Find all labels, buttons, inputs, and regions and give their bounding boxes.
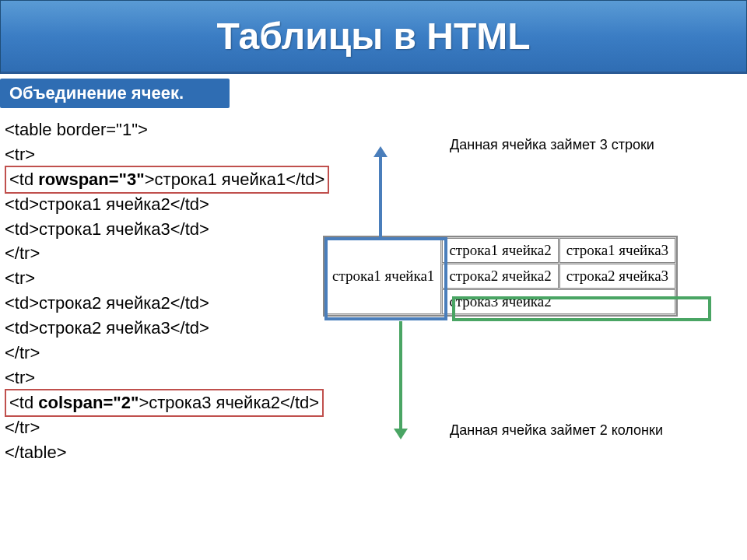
cell-colspan: строка3 ячейка2 [442,289,675,314]
cell: строка2 ячейка2 [442,264,558,289]
table-row: строка1 ячейка1 строка1 ячейка2 строка1 … [325,238,675,263]
code-line: </tr> [5,341,747,366]
arrow-blue [379,156,382,240]
cell: строка1 ячейка3 [559,238,675,263]
code-line: </table> [5,440,747,465]
code-line-colspan: <td colspan="2">строка3 ячейка2</td> [5,390,747,415]
annotation-rowspan: Данная ячейка займет 3 строки [450,137,707,154]
subtitle: Объединение ячеек. [0,79,230,108]
code-line: <td>строка1 ячейка2</td> [5,192,747,217]
demo-table: строка1 ячейка1 строка1 ячейка2 строка1 … [323,236,678,317]
code-line: <td>строка2 ячейка3</td> [5,316,747,341]
rowspan-highlight: <td rowspan="3">строка1 ячейка1</td> [5,166,329,194]
colspan-highlight: <td colspan="2">строка3 ячейка2</td> [5,389,324,417]
arrow-green [399,321,402,430]
code-line: <tr> [5,366,747,390]
title-bar: Таблицы в HTML [0,0,747,74]
annotation-colspan: Данная ячейка займет 2 колонки [450,422,707,439]
code-line-rowspan: <td rowspan="3">строка1 ячейка1</td> [5,167,747,192]
cell-rowspan: строка1 ячейка1 [325,238,441,314]
cell: строка1 ячейка2 [442,238,558,263]
page-title: Таблицы в HTML [216,15,530,58]
cell: строка2 ячейка3 [559,264,675,289]
